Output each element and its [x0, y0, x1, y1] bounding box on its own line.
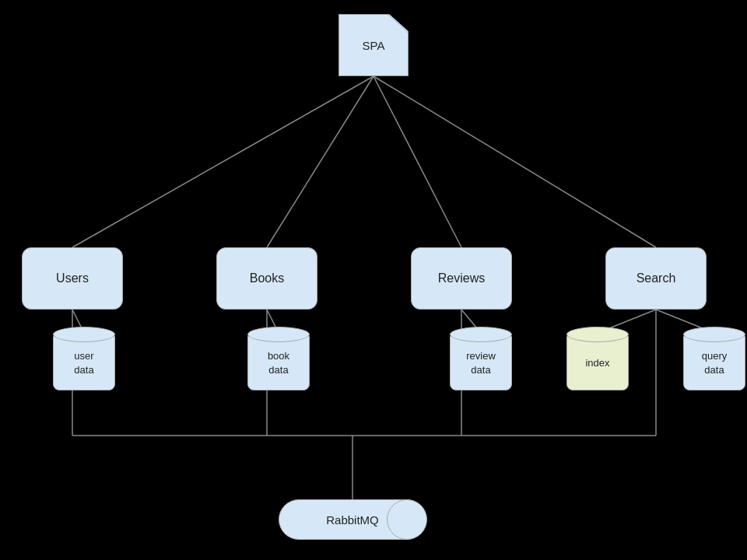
bookdata-db-top — [247, 327, 310, 342]
userdata-db-body: userdata — [53, 336, 115, 390]
bookdata-db: bookdata — [247, 327, 310, 390]
books-service-node: Books — [216, 247, 317, 310]
users-label: Users — [56, 271, 89, 285]
reviewdata-db-body: reviewdata — [450, 336, 512, 390]
index-db-body: index — [566, 336, 629, 390]
bookdata-db-body: bookdata — [247, 336, 310, 390]
querydata-db-body: querydata — [683, 336, 745, 390]
reviewdata-db-top — [450, 327, 512, 342]
rabbitmq-label: RabbitMQ — [326, 513, 379, 527]
index-db-top — [566, 327, 629, 342]
rabbitmq-node: RabbitMQ — [279, 499, 426, 540]
reviews-label: Reviews — [438, 271, 485, 285]
spa-node: SPA — [338, 14, 409, 76]
svg-line-2 — [374, 76, 461, 247]
diagram-canvas: SPA Users Books Reviews Search userdata … — [0, 0, 747, 560]
userdata-db-top — [53, 327, 115, 342]
books-label: Books — [250, 271, 284, 285]
querydata-db-top — [683, 327, 745, 342]
spa-label: SPA — [363, 39, 385, 52]
svg-line-0 — [72, 76, 374, 247]
index-db: index — [566, 327, 629, 390]
reviews-service-node: Reviews — [411, 247, 512, 310]
userdata-db: userdata — [53, 327, 115, 390]
svg-line-1 — [267, 76, 374, 247]
search-service-node: Search — [605, 247, 707, 310]
reviewdata-db: reviewdata — [450, 327, 512, 390]
users-service-node: Users — [22, 247, 123, 310]
svg-line-3 — [374, 76, 656, 247]
search-label: Search — [637, 271, 676, 285]
querydata-db: querydata — [683, 327, 745, 390]
